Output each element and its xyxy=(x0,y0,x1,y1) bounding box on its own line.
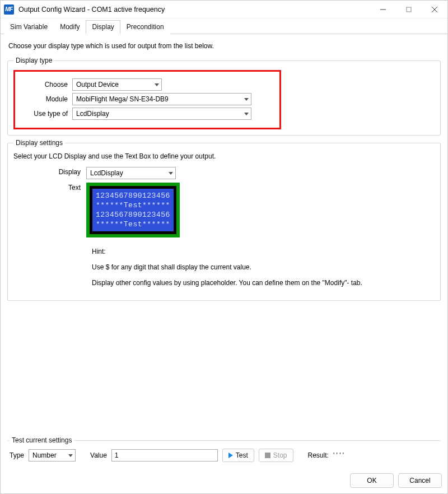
module-select[interactable]: MobiFlight Mega/ SN-E34-DB9 xyxy=(72,93,251,105)
minimize-button[interactable] xyxy=(370,1,396,18)
lcd-preview[interactable]: 1234567890123456 ******Test****** 123456… xyxy=(92,189,174,231)
display-select[interactable]: LcdDisplay xyxy=(86,167,176,179)
lcd-line: 1234567890123456 xyxy=(96,192,170,200)
tab-modify[interactable]: Modify xyxy=(54,20,86,34)
svg-rect-1 xyxy=(407,7,411,12)
chevron-down-icon xyxy=(68,454,73,457)
choose-label: Choose xyxy=(22,81,72,88)
usetype-label: Use type of xyxy=(22,110,72,118)
dialog-buttons: OK Cancel xyxy=(1,470,447,493)
stop-icon xyxy=(265,453,270,458)
cancel-button[interactable]: Cancel xyxy=(398,473,442,488)
test-type-value: Number xyxy=(32,451,57,459)
usetype-select[interactable]: LcdDisplay xyxy=(72,108,251,120)
window-controls xyxy=(370,1,447,18)
window-title: Output Config Wizard - COM1 active frequ… xyxy=(18,6,165,13)
display-settings-intro: Select your LCD Display and use the Text… xyxy=(13,152,435,160)
play-icon xyxy=(228,453,233,458)
usetype-value: LcdDisplay xyxy=(76,110,109,118)
lcd-line: 1234567890123456 xyxy=(96,211,170,219)
page-instruction: Choose your display type which is used f… xyxy=(8,42,440,50)
maximize-icon xyxy=(406,7,412,12)
tab-display[interactable]: Display xyxy=(86,20,120,34)
hint-line2: Display other config values by using pla… xyxy=(92,279,435,287)
display-settings-legend: Display settings xyxy=(13,139,65,147)
hint-block: Hint: Use $ for any digit that shall dis… xyxy=(92,248,435,287)
result-value: ' ' ' ' xyxy=(333,451,344,459)
minimize-icon xyxy=(380,7,386,12)
lcd-line: ******Test****** xyxy=(96,220,170,229)
test-settings-group: Test current settings Type Number Value … xyxy=(7,436,441,464)
tab-sim-variable[interactable]: Sim Variable xyxy=(4,20,54,34)
stop-button-label: Stop xyxy=(273,451,287,459)
text-label: Text xyxy=(13,183,86,237)
lcd-line: ******Test****** xyxy=(96,201,170,209)
test-value-label: Value xyxy=(90,451,107,459)
display-value: LcdDisplay xyxy=(90,169,123,177)
lcd-preview-bezel: 1234567890123456 ******Test****** 123456… xyxy=(90,186,176,234)
titlebar: MF Output Config Wizard - COM1 active fr… xyxy=(1,1,447,18)
hint-title: Hint: xyxy=(92,248,435,255)
hint-line1: Use $ for any digit that shall display t… xyxy=(92,263,435,271)
maximize-button[interactable] xyxy=(396,1,422,18)
test-settings-legend: Test current settings xyxy=(10,436,74,444)
display-type-legend: Display type xyxy=(13,57,54,64)
choose-value: Output Device xyxy=(76,81,119,88)
display-type-highlight: Choose Output Device Module MobiFlight M… xyxy=(13,70,281,129)
test-value-input[interactable] xyxy=(111,449,218,462)
chevron-down-icon xyxy=(169,172,173,175)
result-label: Result: xyxy=(308,451,329,459)
display-settings-group: Display settings Select your LCD Display… xyxy=(7,139,441,301)
test-button[interactable]: Test xyxy=(222,449,254,462)
chevron-down-icon xyxy=(244,98,249,101)
close-icon xyxy=(432,7,437,12)
app-icon: MF xyxy=(4,4,14,15)
ok-button[interactable]: OK xyxy=(350,473,394,488)
choose-select[interactable]: Output Device xyxy=(72,78,162,91)
close-button[interactable] xyxy=(422,1,447,18)
test-type-select[interactable]: Number xyxy=(29,449,76,462)
display-label: Display xyxy=(13,167,86,179)
test-type-label: Type xyxy=(10,451,24,459)
chevron-down-icon xyxy=(155,83,159,86)
test-button-label: Test xyxy=(236,451,248,459)
tab-bar: Sim Variable Modify Display Precondition xyxy=(1,18,447,34)
chevron-down-icon xyxy=(244,113,249,115)
module-label: Module xyxy=(22,95,72,103)
module-value: MobiFlight Mega/ SN-E34-DB9 xyxy=(76,95,169,103)
display-type-group: Display type Choose Output Device Module… xyxy=(7,57,441,136)
lcd-preview-frame: 1234567890123456 ******Test****** 123456… xyxy=(86,183,180,237)
stop-button[interactable]: Stop xyxy=(259,449,293,462)
tab-precondition[interactable]: Precondition xyxy=(120,20,170,34)
